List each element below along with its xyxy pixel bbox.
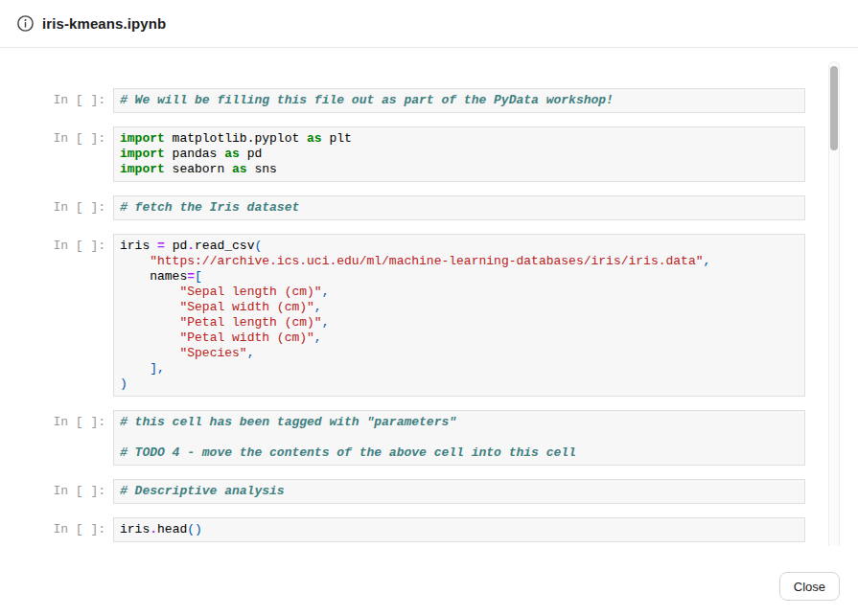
cell-input-prompt: In [ ]: bbox=[53, 410, 105, 430]
notebook-cell: In [ ]:# We will be filling this file ou… bbox=[53, 88, 805, 113]
cell-source-code: iris.head() bbox=[120, 522, 799, 537]
notebook-preview-scroll-area[interactable]: In [ ]:# We will be filling this file ou… bbox=[0, 48, 858, 546]
cell-code-box: iris = pd.read_csv( "https://archive.ics… bbox=[113, 234, 805, 397]
cell-code-box: # fetch the Iris dataset bbox=[113, 195, 805, 220]
cell-input-prompt: In [ ]: bbox=[53, 517, 105, 537]
dialog-header: iris-kmeans.ipynb bbox=[0, 0, 858, 48]
notebook-cell: In [ ]:iris.head() bbox=[53, 517, 805, 542]
notebook-cell: In [ ]:import matplotlib.pyplot as plt i… bbox=[53, 126, 805, 182]
cell-input-prompt: In [ ]: bbox=[53, 195, 105, 216]
notebook-cell: In [ ]:iris = pd.read_csv( "https://arch… bbox=[53, 234, 805, 397]
cell-input-prompt: In [ ]: bbox=[53, 126, 105, 147]
info-icon bbox=[17, 15, 34, 32]
notebook-cell: In [ ]:# fetch the Iris dataset bbox=[53, 195, 805, 220]
cell-source-code: import matplotlib.pyplot as plt import p… bbox=[120, 131, 799, 177]
cell-source-code: iris = pd.read_csv( "https://archive.ics… bbox=[120, 239, 799, 392]
cell-source-code: # this cell has been tagged with "parame… bbox=[120, 415, 799, 461]
notebook-filename-title: iris-kmeans.ipynb bbox=[42, 15, 166, 32]
cell-input-prompt: In [ ]: bbox=[53, 234, 105, 254]
vertical-scrollbar-thumb[interactable] bbox=[830, 66, 838, 150]
cell-source-code: # Descriptive analysis bbox=[120, 484, 799, 499]
cell-code-box: # Descriptive analysis bbox=[113, 479, 805, 504]
cell-code-box: import matplotlib.pyplot as plt import p… bbox=[113, 126, 805, 182]
close-button[interactable]: Close bbox=[779, 572, 840, 601]
cell-code-box: # We will be filling this file out as pa… bbox=[113, 88, 805, 113]
cell-input-prompt: In [ ]: bbox=[53, 88, 105, 108]
cell-source-code: # We will be filling this file out as pa… bbox=[120, 93, 799, 108]
notebook-cell: In [ ]:# Descriptive analysis bbox=[53, 479, 805, 504]
notebook-cell: In [ ]:# this cell has been tagged with … bbox=[53, 410, 805, 466]
cell-code-box: # this cell has been tagged with "parame… bbox=[113, 410, 805, 466]
vertical-scrollbar-track[interactable] bbox=[828, 61, 840, 546]
cell-code-box: iris.head() bbox=[113, 517, 805, 542]
cells-container: In [ ]:# We will be filling this file ou… bbox=[0, 48, 858, 546]
cell-input-prompt: In [ ]: bbox=[53, 479, 105, 499]
cell-source-code: # fetch the Iris dataset bbox=[120, 200, 799, 216]
